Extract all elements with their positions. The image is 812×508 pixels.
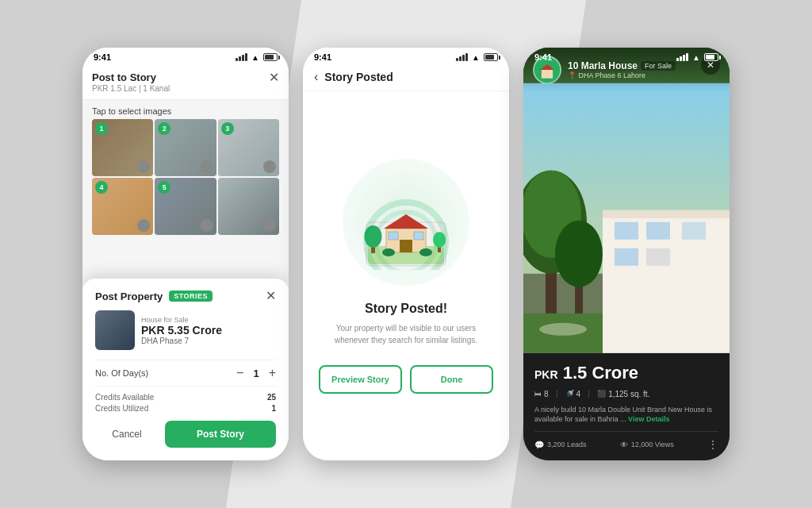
preview-story-button[interactable]: Preview Story bbox=[319, 365, 402, 394]
credits-utilized-label: Credits Utilized bbox=[95, 404, 148, 413]
svg-rect-22 bbox=[615, 248, 638, 266]
post-to-story-sub: PKR 1.5 Lac | 1 Kanal bbox=[92, 84, 170, 93]
img-check-4 bbox=[137, 219, 150, 232]
img-num-4: 4 bbox=[95, 181, 108, 194]
signal-bar-2 bbox=[239, 56, 241, 61]
phone-2: 9:41 ▲ ‹ Sto bbox=[303, 48, 509, 460]
svg-rect-20 bbox=[646, 222, 670, 240]
time-1: 9:41 bbox=[94, 52, 111, 62]
modal-title: Post Property bbox=[95, 291, 163, 302]
status-icons-2: ▲ bbox=[456, 53, 498, 62]
phone-3-hero: 9:41 ▲ bbox=[523, 48, 730, 353]
property-specs: 🛏 8 🚿 4 ⬛ 1,125 sq. ft. bbox=[534, 390, 718, 398]
more-options-button[interactable]: ⋮ bbox=[707, 438, 718, 451]
img-num-5: 5 bbox=[158, 181, 170, 194]
image-cell-6[interactable] bbox=[218, 178, 279, 235]
modal-close-button[interactable]: ✕ bbox=[266, 290, 276, 302]
svg-rect-4 bbox=[400, 240, 412, 252]
signal-bar-2-2 bbox=[459, 56, 462, 61]
close-button-1[interactable]: ✕ bbox=[269, 71, 279, 84]
battery-fill-3 bbox=[706, 55, 714, 60]
screen-title: Story Posted bbox=[324, 71, 393, 83]
img-num-1: 1 bbox=[95, 122, 108, 135]
property-price: PKR 5.35 Crore bbox=[141, 324, 222, 337]
time-3: 9:41 bbox=[534, 52, 552, 62]
property-location: DHA Phase 7 bbox=[141, 337, 222, 345]
battery-fill-1 bbox=[265, 55, 274, 60]
cancel-button[interactable]: Cancel bbox=[95, 421, 159, 448]
svg-rect-5 bbox=[389, 232, 398, 240]
wifi-icon-1: ▲ bbox=[251, 53, 259, 62]
phones-container: 9:41 ▲ bbox=[82, 48, 730, 460]
wifi-icon-3: ▲ bbox=[692, 53, 700, 62]
status-bar-2: 9:41 ▲ bbox=[303, 48, 509, 64]
back-button[interactable]: ‹ bbox=[314, 70, 318, 84]
modal-header-row: Post Property STORIES ✕ bbox=[95, 290, 276, 302]
svg-rect-21 bbox=[682, 222, 706, 240]
svg-point-11 bbox=[382, 248, 395, 256]
phone-1: 9:41 ▲ bbox=[82, 48, 289, 460]
status-icons-1: ▲ bbox=[236, 53, 278, 62]
wifi-icon-2: ▲ bbox=[472, 53, 480, 62]
img-check-6 bbox=[263, 219, 276, 232]
svg-rect-6 bbox=[414, 232, 423, 240]
hero-svg bbox=[523, 48, 730, 353]
increment-days-button[interactable]: + bbox=[269, 367, 276, 379]
area-spec: ⬛ 1,125 sq. ft. bbox=[597, 390, 649, 398]
modal-buttons: Cancel Post Story bbox=[95, 421, 276, 448]
credits-available-label: Credits Available bbox=[95, 393, 154, 402]
credits-utilized-row: Credits Utilized 1 bbox=[95, 404, 276, 413]
image-cell-2[interactable]: 2 bbox=[155, 119, 216, 176]
spec-divider-1 bbox=[557, 390, 557, 398]
image-cell-3[interactable]: 3 bbox=[218, 119, 279, 176]
spec-divider-2 bbox=[588, 390, 589, 398]
property-description: A nicely build 10 Marla Double Unit Bran… bbox=[534, 405, 718, 425]
view-details-link[interactable]: View Details bbox=[628, 415, 669, 423]
img-check-1 bbox=[137, 160, 150, 173]
signal-bar-3-3 bbox=[683, 55, 685, 61]
modal-title-row: Post Property STORIES bbox=[95, 291, 213, 302]
property-thumbnail bbox=[95, 310, 135, 350]
post-property-modal: Post Property STORIES ✕ House for Sale P… bbox=[82, 279, 289, 460]
post-to-story-title: Post to Story bbox=[92, 71, 170, 83]
signal-bar-3-4 bbox=[686, 53, 688, 61]
views-value: 12,000 Views bbox=[631, 441, 674, 448]
area-icon: ⬛ bbox=[597, 390, 606, 398]
signal-bar-2-1 bbox=[456, 58, 458, 61]
pkr-label: PKR bbox=[534, 368, 558, 381]
property-details: House for Sale PKR 5.35 Crore DHA Phase … bbox=[141, 316, 222, 345]
baths-value: 4 bbox=[576, 390, 581, 398]
img-num-2: 2 bbox=[158, 122, 170, 135]
image-cell-1[interactable]: 1 bbox=[92, 119, 153, 176]
beds-spec: 🛏 8 bbox=[534, 390, 549, 398]
signal-bar-3-2 bbox=[680, 56, 682, 61]
image-cell-4[interactable]: 4 bbox=[92, 178, 153, 235]
done-button[interactable]: Done bbox=[410, 365, 493, 394]
signal-bar-4 bbox=[245, 53, 247, 61]
signal-bars-2 bbox=[456, 53, 468, 61]
signal-bar-2-3 bbox=[462, 55, 465, 61]
signal-bars-3 bbox=[676, 53, 688, 61]
story-action-buttons: Preview Story Done bbox=[319, 365, 493, 394]
image-cell-5[interactable]: 5 bbox=[155, 178, 216, 235]
svg-point-30 bbox=[539, 323, 587, 336]
location-pin-icon: 📍 bbox=[568, 71, 576, 79]
phone-1-header: Post to Story PKR 1.5 Lac | 1 Kanal ✕ bbox=[92, 71, 279, 93]
credits-available-row: Credits Available 25 bbox=[95, 393, 276, 402]
svg-point-28 bbox=[555, 221, 603, 287]
days-stepper: − 1 + bbox=[236, 367, 276, 379]
decrement-days-button[interactable]: − bbox=[236, 367, 243, 379]
property-type: House for Sale bbox=[141, 316, 222, 324]
signal-bar-2-4 bbox=[465, 53, 468, 61]
baths-spec: 🚿 4 bbox=[565, 390, 581, 398]
battery-icon-1 bbox=[263, 53, 278, 61]
img-check-3 bbox=[263, 160, 276, 173]
svg-rect-18 bbox=[603, 210, 730, 218]
signal-bars-1 bbox=[236, 53, 247, 61]
days-row: No. Of Day(s) − 1 + bbox=[95, 360, 276, 387]
battery-tip-2 bbox=[499, 56, 500, 60]
post-story-button[interactable]: Post Story bbox=[165, 421, 276, 448]
price-value: 1.5 Crore bbox=[563, 363, 638, 383]
stories-badge: STORIES bbox=[169, 291, 213, 302]
battery-icon-2 bbox=[484, 53, 498, 61]
